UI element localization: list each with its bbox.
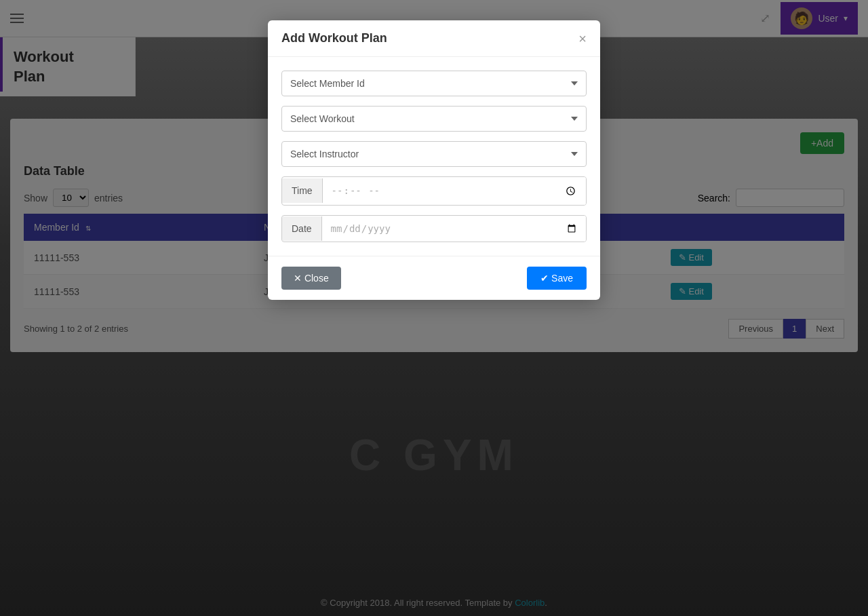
modal-close-btn[interactable]: ✕ Close [281,267,341,290]
member-id-select[interactable]: Select Member Id [281,71,587,96]
date-field: Date [281,215,587,242]
modal-footer: ✕ Close ✔ Save [268,256,600,300]
workout-select[interactable]: Select Workout [281,106,587,132]
modal-header: Add Workout Plan × [268,20,600,57]
instructor-select[interactable]: Select Instructor [281,141,587,167]
modal: Add Workout Plan × Select Member Id Sele… [268,20,600,300]
time-field: Time [281,176,587,206]
modal-title: Add Workout Plan [281,31,387,45]
modal-body: Select Member Id Select Workout Select I… [268,57,600,256]
time-input[interactable] [323,177,586,205]
date-input[interactable] [322,216,586,242]
date-label: Date [282,216,322,241]
modal-save-btn[interactable]: ✔ Save [527,267,587,290]
modal-overlay: Add Workout Plan × Select Member Id Sele… [0,0,868,616]
time-label: Time [282,178,323,203]
modal-close-button[interactable]: × [578,32,587,45]
